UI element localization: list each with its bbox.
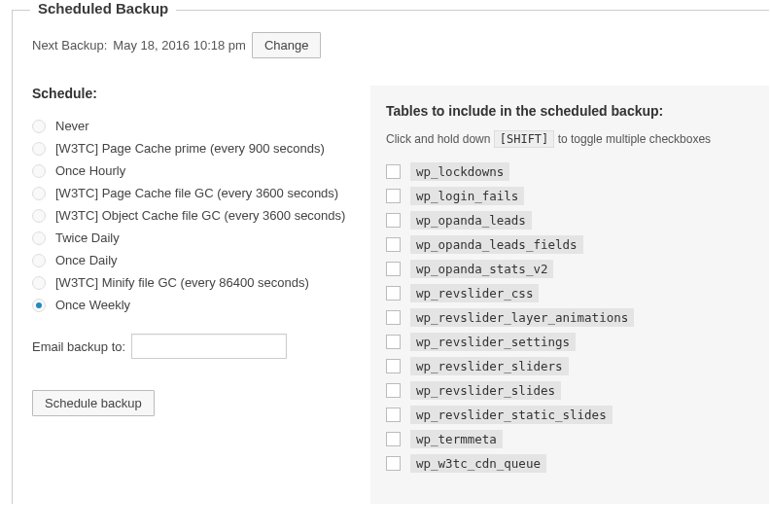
schedule-option[interactable]: Never [32, 115, 351, 137]
schedule-option-label: Twice Daily [55, 231, 120, 245]
schedule-column: Schedule: Never[W3TC] Page Cache prime (… [32, 86, 370, 416]
table-row: wp_opanda_leads_fields [386, 232, 753, 257]
table-checkbox[interactable] [386, 456, 401, 471]
radio-icon[interactable] [32, 164, 46, 178]
schedule-option[interactable]: [W3TC] Page Cache file GC (every 3600 se… [32, 182, 351, 204]
next-backup-label: Next Backup: [32, 38, 107, 53]
table-name: wp_termmeta [410, 430, 503, 448]
table-row: wp_lockdowns [386, 160, 753, 184]
tables-hint: Click and hold down [SHIFT] to toggle mu… [386, 132, 753, 146]
radio-icon[interactable] [32, 120, 46, 133]
tables-heading: Tables to include in the scheduled backu… [386, 103, 753, 119]
radio-icon[interactable] [32, 299, 46, 312]
radio-icon[interactable] [32, 142, 46, 156]
radio-icon[interactable] [32, 254, 46, 267]
schedule-option[interactable]: Once Hourly [32, 160, 351, 182]
schedule-option[interactable]: [W3TC] Object Cache file GC (every 3600 … [32, 204, 351, 227]
table-name: wp_w3tc_cdn_queue [410, 454, 546, 473]
table-name: wp_revslider_slides [410, 381, 561, 400]
table-checkbox[interactable] [386, 383, 401, 398]
table-row: wp_login_fails [386, 184, 753, 208]
schedule-option-label: Once Daily [55, 253, 118, 267]
email-label: Email backup to: [32, 339, 125, 354]
schedule-option-label: Once Hourly [55, 163, 125, 178]
radio-icon[interactable] [32, 276, 46, 290]
table-checkbox[interactable] [386, 359, 401, 373]
next-backup-row: Next Backup: May 18, 2016 10:18 pm Chang… [32, 32, 769, 58]
tables-list: wp_lockdownswp_login_failswp_opanda_lead… [386, 160, 753, 476]
table-row: wp_revslider_css [386, 281, 753, 305]
table-checkbox[interactable] [386, 286, 401, 301]
table-name: wp_revslider_css [410, 284, 539, 302]
table-name: wp_opanda_stats_v2 [410, 260, 553, 278]
table-name: wp_login_fails [410, 187, 524, 205]
table-name: wp_revslider_static_slides [410, 406, 613, 424]
radio-icon[interactable] [32, 187, 46, 200]
table-name: wp_opanda_leads_fields [410, 235, 583, 254]
panel-title: Scheduled Backup [30, 0, 176, 17]
change-button[interactable]: Change [252, 32, 322, 58]
schedule-option-label: [W3TC] Page Cache file GC (every 3600 se… [55, 186, 338, 200]
table-name: wp_revslider_settings [410, 333, 576, 351]
schedule-option[interactable]: Once Weekly [32, 294, 351, 316]
table-row: wp_revslider_settings [386, 330, 753, 354]
scheduled-backup-panel: Scheduled Backup Next Backup: May 18, 20… [12, 10, 769, 504]
schedule-options: Never[W3TC] Page Cache prime (every 900 … [32, 115, 351, 316]
table-row: wp_opanda_leads [386, 208, 753, 232]
panel-content: Next Backup: May 18, 2016 10:18 pm Chang… [13, 11, 769, 504]
table-checkbox[interactable] [386, 262, 401, 276]
table-name: wp_lockdowns [410, 162, 509, 181]
table-row: wp_revslider_layer_animations [386, 305, 753, 330]
table-checkbox[interactable] [386, 164, 401, 179]
schedule-option-label: [W3TC] Page Cache prime (every 900 secon… [55, 141, 325, 156]
table-row: wp_termmeta [386, 427, 753, 451]
table-checkbox[interactable] [386, 237, 401, 252]
table-checkbox[interactable] [386, 213, 401, 228]
table-row: wp_revslider_static_slides [386, 403, 753, 427]
schedule-option[interactable]: Twice Daily [32, 227, 351, 249]
table-row: wp_revslider_slides [386, 378, 753, 403]
table-name: wp_opanda_leads [410, 211, 532, 230]
table-checkbox[interactable] [386, 408, 401, 422]
schedule-heading: Schedule: [32, 86, 351, 101]
table-checkbox[interactable] [386, 432, 401, 446]
schedule-option[interactable]: [W3TC] Minify file GC (every 86400 secon… [32, 271, 351, 294]
shift-key-hint: [SHIFT] [494, 130, 555, 148]
table-row: wp_w3tc_cdn_queue [386, 451, 753, 476]
schedule-option-label: [W3TC] Minify file GC (every 86400 secon… [55, 275, 309, 290]
email-field[interactable] [131, 334, 287, 359]
next-backup-value: May 18, 2016 10:18 pm [113, 38, 246, 53]
radio-icon[interactable] [32, 231, 46, 245]
table-row: wp_opanda_stats_v2 [386, 257, 753, 281]
schedule-option[interactable]: Once Daily [32, 249, 351, 271]
schedule-option-label: Once Weekly [55, 298, 130, 312]
table-checkbox[interactable] [386, 189, 401, 203]
schedule-option-label: Never [55, 119, 89, 133]
table-name: wp_revslider_sliders [410, 357, 569, 375]
email-row: Email backup to: [32, 334, 351, 359]
table-checkbox[interactable] [386, 310, 401, 325]
schedule-option-label: [W3TC] Object Cache file GC (every 3600 … [55, 208, 345, 223]
radio-icon[interactable] [32, 209, 46, 223]
table-checkbox[interactable] [386, 335, 401, 349]
table-name: wp_revslider_layer_animations [410, 308, 634, 327]
tables-column: Tables to include in the scheduled backu… [370, 86, 769, 504]
schedule-backup-button[interactable]: Schedule backup [32, 390, 155, 416]
table-row: wp_revslider_sliders [386, 354, 753, 378]
schedule-option[interactable]: [W3TC] Page Cache prime (every 900 secon… [32, 137, 351, 160]
